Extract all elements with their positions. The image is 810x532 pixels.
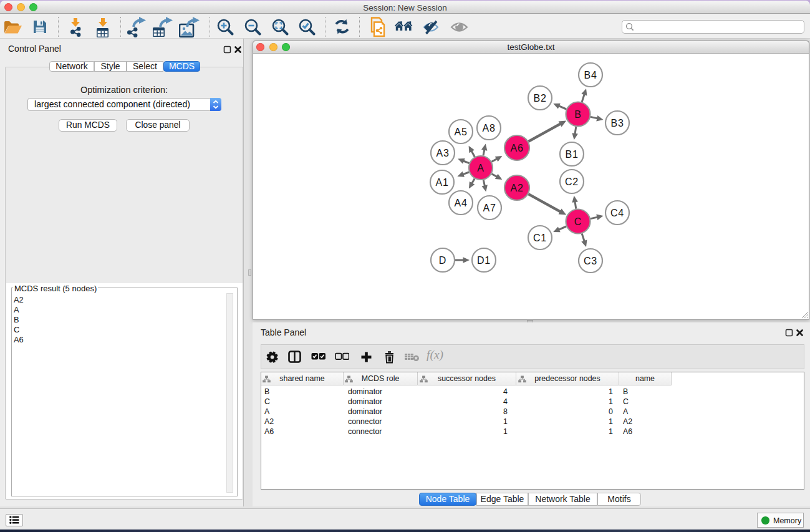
svg-text:A1: A1 — [435, 177, 448, 188]
svg-text:C2: C2 — [565, 177, 579, 187]
svg-text:B4: B4 — [584, 70, 597, 80]
svg-text:A2: A2 — [510, 183, 523, 193]
svg-text:A8: A8 — [482, 123, 495, 133]
svg-text:B2: B2 — [533, 93, 546, 104]
svg-text:A3: A3 — [436, 148, 449, 158]
svg-text:B3: B3 — [610, 118, 624, 128]
svg-text:A6: A6 — [510, 143, 523, 153]
svg-text:C4: C4 — [610, 208, 624, 218]
svg-text:A4: A4 — [454, 198, 467, 208]
svg-text:C1: C1 — [533, 233, 547, 243]
svg-text:C3: C3 — [584, 256, 597, 266]
svg-text:B1: B1 — [565, 149, 578, 160]
svg-text:D: D — [439, 255, 446, 266]
svg-text:A: A — [477, 163, 484, 173]
svg-text:A5: A5 — [454, 127, 467, 137]
svg-text:C: C — [574, 216, 582, 227]
svg-text:D1: D1 — [477, 255, 491, 266]
svg-text:A7: A7 — [483, 203, 496, 213]
svg-text:B: B — [574, 109, 581, 120]
